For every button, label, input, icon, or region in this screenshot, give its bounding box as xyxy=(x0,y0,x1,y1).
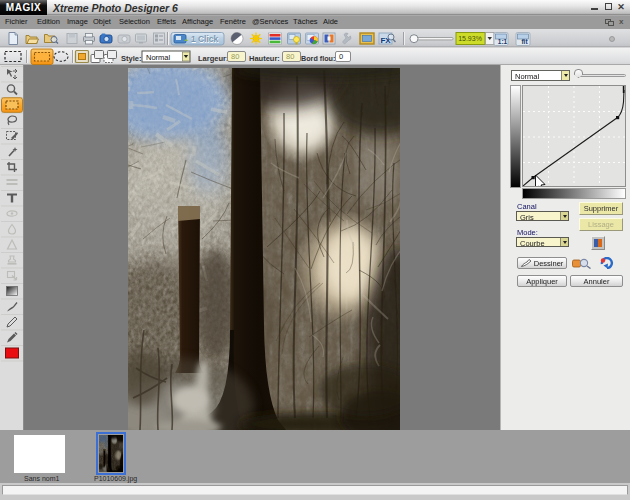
svg-text:15.93%: 15.93% xyxy=(458,35,482,42)
svg-text:fit: fit xyxy=(521,38,528,45)
svg-text:Normal: Normal xyxy=(146,53,171,62)
svg-text:1 Click: 1 Click xyxy=(191,34,219,44)
svg-text:1:1: 1:1 xyxy=(498,38,508,45)
